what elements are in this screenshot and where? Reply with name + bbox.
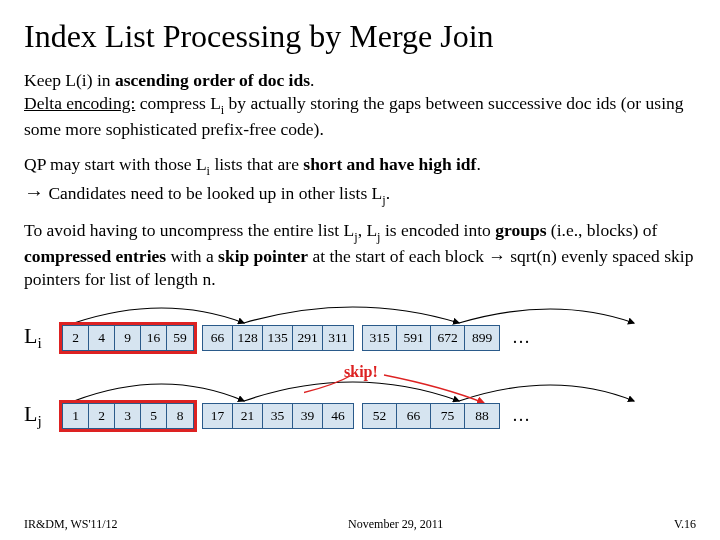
dots-icon: … [508,327,530,348]
diagram: Li 2 4 9 16 59 66 128 135 291 311 315 59… [24,303,696,453]
dots-icon: … [508,405,530,426]
footer-left: IR&DM, WS'11/12 [24,517,118,532]
cell: 88 [465,404,499,428]
cell: 9 [115,326,141,350]
cell: 591 [397,326,431,350]
cell: 46 [323,404,353,428]
t: To avoid having to uncompress the entire… [24,220,354,240]
li-group-3: 315 591 672 899 [362,325,500,351]
t: L [24,323,37,348]
cell: 135 [263,326,293,350]
t: . [476,154,480,174]
cell: 899 [465,326,499,350]
t: with a [166,246,218,266]
footer-right: V.16 [674,517,696,532]
label-lj: Lj [24,401,54,430]
row-lj: Lj 1 2 3 5 8 17 21 35 39 46 52 66 75 88 … [24,401,530,430]
cell: 17 [203,404,233,428]
para-3: To avoid having to uncompress the entire… [24,219,696,291]
cell: 35 [263,404,293,428]
t: Keep L(i) in [24,70,115,90]
cell: 2 [89,404,115,428]
cell: 59 [167,326,193,350]
t: (i.e., blocks) of [546,220,657,240]
cell: 8 [167,404,193,428]
cell: 52 [363,404,397,428]
t: QP may start with those L [24,154,207,174]
t: is encoded into [381,220,496,240]
t: lists that are [210,154,303,174]
page-title: Index List Processing by Merge Join [24,18,696,55]
lj-group-3: 52 66 75 88 [362,403,500,429]
t: . [386,183,390,203]
lj-group-1: 1 2 3 5 8 [62,403,194,429]
cell: 5 [141,404,167,428]
arrow-right-icon: → [24,181,44,203]
cell: 4 [89,326,115,350]
t: skip pointer [218,246,308,266]
t: , L [358,220,377,240]
cell: 315 [363,326,397,350]
para-1: Keep L(i) in ascending order of doc ids.… [24,69,696,141]
cell: 1 [63,404,89,428]
cell: 39 [293,404,323,428]
cell: 16 [141,326,167,350]
t: . [310,70,314,90]
t: ascending order of doc ids [115,70,310,90]
cell: 3 [115,404,141,428]
cell: 75 [431,404,465,428]
t: compressed entries [24,246,166,266]
li-group-1: 2 4 9 16 59 [62,325,194,351]
li-group-2: 66 128 135 291 311 [202,325,354,351]
footer: IR&DM, WS'11/12 November 29, 2011 V.16 [24,517,696,532]
cell: 2 [63,326,89,350]
skip-label: skip! [344,363,378,381]
cell: 311 [323,326,353,350]
cell: 128 [233,326,263,350]
t: groups [495,220,546,240]
label-li: Li [24,323,54,352]
row-li: Li 2 4 9 16 59 66 128 135 291 311 315 59… [24,323,530,352]
sub-j: j [37,412,41,429]
cell: 21 [233,404,263,428]
sub-i: i [37,334,41,351]
cell: 66 [203,326,233,350]
cell: 672 [431,326,465,350]
t: compress L [135,93,221,113]
footer-mid: November 29, 2011 [348,517,443,532]
t: short and have high idf [303,154,476,174]
lj-group-2: 17 21 35 39 46 [202,403,354,429]
cell: 66 [397,404,431,428]
t: Delta encoding: [24,93,135,113]
para-2: QP may start with those Li lists that ar… [24,153,696,207]
t: L [24,401,37,426]
cell: 291 [293,326,323,350]
t: Candidates need to be looked up in other… [44,183,382,203]
